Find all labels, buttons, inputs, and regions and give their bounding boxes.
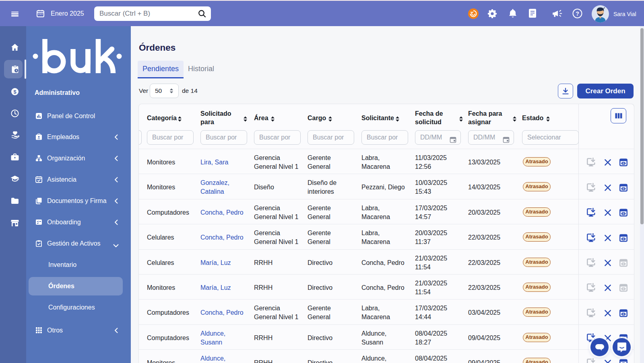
svg-text:?: ? bbox=[576, 10, 579, 17]
svg-text:$: $ bbox=[13, 89, 17, 95]
